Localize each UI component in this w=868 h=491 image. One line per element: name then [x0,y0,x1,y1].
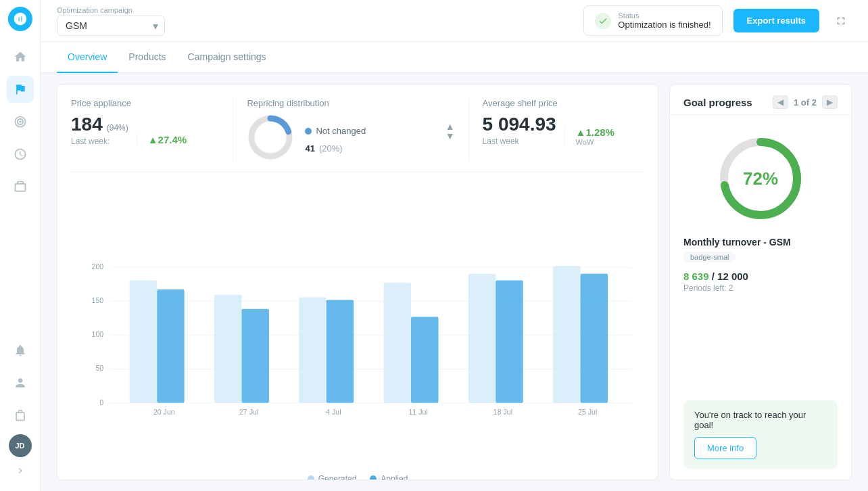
periods-label: Periods left: [683,283,726,293]
app-logo[interactable]: C [8,7,32,31]
chart-legend: Generated Applied [71,474,644,480]
repricing-legend-count: 41 (20%) [305,143,454,154]
status-badge: Status Optimization is finished! [583,5,722,36]
svg-text:11 Jul: 11 Jul [408,408,427,416]
main-content: Optimization campaign GSM ▾ Status Optim… [41,0,868,491]
bar-generated-6 [553,266,580,402]
avg-shelf-block: Average shelf price 5 094.93 Last week ▲… [468,98,644,161]
goal-nav-prev[interactable]: ◀ [773,95,788,109]
expand-icon[interactable] [830,10,852,32]
bar-generated-4 [384,283,411,402]
right-panel: Goal progress ◀ 1 of 2 ▶ 72% Monthly tur… [669,84,852,480]
avg-shelf-change-group: ▲1.28% WoW [564,126,614,146]
sidebar-expand-button[interactable] [12,463,28,479]
svg-text:150: 150 [91,296,103,304]
bar-applied-5 [496,280,523,402]
bar-chart: 0 50 100 150 200 20 Jun 27 Jul [71,183,644,466]
not-changed-dot [305,128,312,135]
price-appliance-last-week: Last week: [71,137,128,146]
not-changed-count: 41 [305,143,314,154]
repricing-chevron-down[interactable]: ▼ [445,131,455,141]
svg-text:20 Jun: 20 Jun [153,408,175,416]
bar-applied-4 [411,317,438,402]
goal-donut-pct: 72% [743,168,778,189]
topbar: Optimization campaign GSM ▾ Status Optim… [41,0,868,42]
sidebar-item-target[interactable] [7,108,34,135]
repricing-chevrons: ▲ ▼ [445,122,455,141]
bar-generated-3 [299,298,326,403]
sidebar-item-flag[interactable] [7,76,34,103]
tabs-bar: Overview Products Campaign settings [41,42,868,73]
svg-text:18 Jul: 18 Jul [493,408,512,416]
chart-legend-applied: Applied [370,474,408,480]
price-appliance-pct: (94%) [107,123,128,133]
campaign-select-wrapper: GSM ▾ [57,16,165,36]
price-appliance-block: Price appliance 184 (94%) Last week: ▲27… [71,98,233,161]
sidebar: C JD [0,0,41,491]
campaign-select[interactable]: GSM [57,16,165,36]
export-button[interactable]: Export results [733,9,819,32]
sidebar-item-bag[interactable] [7,402,34,429]
applied-label: Applied [381,474,408,480]
svg-text:C: C [16,15,22,24]
price-appliance-title: Price appliance [71,98,219,108]
sidebar-item-home[interactable] [7,43,34,70]
repricing-legend-item-not-changed: Not changed ▲ ▼ [305,122,454,141]
sidebar-item-briefcase[interactable] [7,173,34,200]
goal-track-text: You're on track to reach your goal! [694,410,827,430]
repricing-title: Repricing distribution [247,98,454,108]
svg-text:25 Jul: 25 Jul [578,408,597,416]
bar-applied-2 [241,309,268,403]
sidebar-bottom: JD [7,337,34,479]
goal-body: 72% Monthly turnover - GSM badge-smal 8 … [670,115,851,480]
svg-text:0: 0 [99,398,103,406]
avg-shelf-last-week: Last week [483,137,556,146]
goal-nav-next[interactable]: ▶ [822,95,838,109]
avg-shelf-values: 5 094.93 Last week ▲1.28% WoW [483,114,631,146]
goal-separator: / [712,271,717,282]
goal-progress-numbers: 8 639 / 12 000 [683,271,748,282]
price-appliance-change: ▲27.4% [148,134,187,145]
goal-periods: Periods left: 2 [683,283,733,293]
bar-applied-1 [157,289,184,403]
more-info-button[interactable]: More info [694,437,756,459]
sidebar-item-clock[interactable] [7,141,34,168]
goal-track-section: You're on track to reach your goal! More… [683,400,838,469]
chart-legend-generated: Generated [308,474,357,480]
not-changed-label: Not changed [316,126,366,136]
price-appliance-left: 184 (94%) Last week: [71,114,128,146]
goal-donut: 72% [713,131,808,226]
tab-overview[interactable]: Overview [57,42,118,73]
generated-label: Generated [318,474,357,480]
tab-products[interactable]: Products [118,42,176,73]
goal-current: 8 639 [683,271,709,282]
avg-shelf-left: 5 094.93 Last week [483,114,556,146]
applied-dot [370,475,377,480]
goal-progress-title: Goal progress [683,97,752,108]
periods-value: 2 [729,283,733,293]
goal-nav: ◀ 1 of 2 ▶ [773,95,838,109]
user-avatar[interactable]: JD [9,434,32,457]
campaign-selector-group: Optimization campaign GSM ▾ [57,6,165,36]
sidebar-item-bell[interactable] [7,337,34,364]
avg-shelf-change: ▲1.28% [576,126,614,138]
not-changed-pct: (20%) [319,143,343,154]
price-appliance-count: 184 [71,114,103,135]
repricing-legend: Not changed ▲ ▼ 41 (20%) [305,122,454,154]
status-check-icon [595,13,611,29]
goal-target: 12 000 [717,271,748,282]
avg-shelf-value: 5 094.93 [483,114,556,135]
svg-text:100: 100 [91,330,103,338]
sidebar-item-user[interactable] [7,369,34,396]
tab-campaign-settings[interactable]: Campaign settings [177,42,277,73]
price-appliance-values: 184 (94%) Last week: ▲27.4% [71,114,219,146]
generated-dot [308,475,314,480]
content-area: Price appliance 184 (94%) Last week: ▲27… [41,73,868,491]
bar-applied-6 [581,274,608,403]
repricing-chevron-up[interactable]: ▲ [445,122,455,131]
svg-text:200: 200 [91,262,103,271]
goal-header: Goal progress ◀ 1 of 2 ▶ [670,85,851,115]
bar-generated-1 [130,280,157,402]
goal-badge: badge-smal [683,252,736,262]
repricing-donut [247,114,294,161]
